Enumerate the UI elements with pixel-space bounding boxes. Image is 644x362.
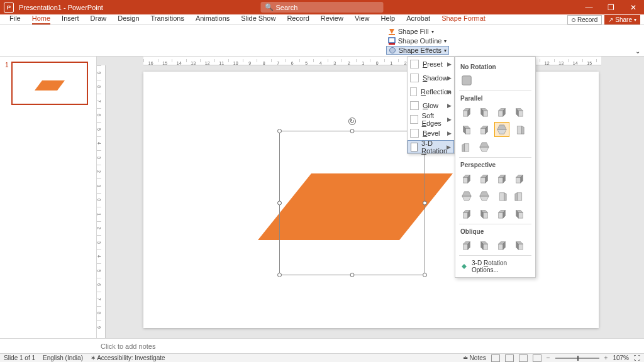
tab-shape-format[interactable]: Shape Format — [436, 14, 491, 25]
accessibility-status[interactable]: ✶ Accessibility: Investigate — [91, 354, 165, 361]
svg-marker-47 — [480, 196, 489, 200]
shape-style-group: Shape Fill▾ Shape Outline▾ Shape Effects… — [386, 27, 449, 55]
search-box[interactable]: 🔍 Search — [261, 2, 384, 13]
rotation-none[interactable] — [459, 73, 474, 88]
options-icon — [460, 263, 468, 270]
tab-record[interactable]: Record — [281, 14, 314, 25]
effects-soft-edges[interactable]: Soft Edges▶ — [408, 112, 454, 126]
resize-handle-tl[interactable] — [277, 129, 282, 133]
rotation-swatch[interactable] — [459, 238, 474, 253]
svg-point-3 — [389, 48, 395, 53]
effects-preset[interactable]: Preset▶ — [408, 57, 454, 71]
effects-shadow[interactable]: Shadow▶ — [408, 71, 454, 85]
slide-sorter-button[interactable] — [505, 354, 514, 362]
svg-marker-33 — [464, 177, 468, 183]
effects-reflection[interactable]: Reflection▶ — [408, 85, 454, 99]
resize-handle-bl[interactable] — [277, 273, 282, 277]
rotation-swatch[interactable] — [512, 206, 527, 221]
rotation-swatch[interactable] — [459, 206, 474, 221]
thumbnail-shape-icon — [35, 79, 65, 92]
resize-handle-br[interactable] — [423, 273, 427, 277]
slide-thumbnail-1[interactable] — [11, 62, 88, 105]
effects-3d-rotation[interactable]: 3-D Rotation▶ — [408, 140, 454, 153]
rotation-swatch[interactable] — [459, 189, 474, 204]
zoom-in-button[interactable]: + — [604, 354, 608, 361]
share-button[interactable]: ↗Share▾ — [604, 15, 640, 25]
rotation-swatch[interactable] — [477, 206, 492, 221]
tab-transitions[interactable]: Transitions — [145, 14, 190, 25]
tab-insert[interactable]: Insert — [56, 14, 85, 25]
rotation-swatch[interactable] — [512, 189, 527, 204]
rotation-swatch[interactable] — [477, 104, 492, 119]
rotation-handle[interactable] — [348, 118, 356, 125]
fit-to-window-button[interactable]: ⛶ — [634, 354, 640, 361]
resize-handle-mr[interactable] — [423, 201, 427, 206]
rotation-swatch[interactable] — [477, 189, 492, 204]
tab-acrobat[interactable]: Acrobat — [401, 14, 436, 25]
svg-rect-0 — [389, 34, 395, 35]
3d-rotation-options[interactable]: 3-D Rotation Options... — [459, 257, 531, 275]
rotation-swatch[interactable] — [494, 104, 509, 119]
collapse-ribbon-button[interactable]: ⌄ — [635, 48, 640, 55]
preset-icon — [410, 60, 419, 69]
zoom-level[interactable]: 107% — [613, 354, 629, 361]
tab-file[interactable]: File — [4, 14, 26, 25]
shape-outline-button[interactable]: Shape Outline▾ — [386, 36, 449, 45]
rotation-swatch[interactable] — [459, 104, 474, 119]
rotation-swatch[interactable] — [512, 238, 527, 253]
notes-toggle[interactable]: ≐ Notes — [463, 354, 486, 361]
rotation-swatch[interactable] — [494, 206, 509, 221]
zoom-out-button[interactable]: − — [547, 354, 550, 361]
slideshow-view-button[interactable] — [533, 354, 541, 362]
rotation-swatch[interactable] — [512, 122, 527, 137]
chevron-down-icon: ▾ — [431, 29, 434, 35]
tab-view[interactable]: View — [349, 14, 375, 25]
zoom-slider[interactable] — [555, 358, 599, 359]
rotation-swatch[interactable] — [459, 122, 474, 137]
normal-view-button[interactable] — [491, 354, 500, 362]
tab-help[interactable]: Help — [375, 14, 401, 25]
chevron-down-icon: ▾ — [444, 38, 447, 44]
notes-pane[interactable]: Click to add notes — [0, 338, 644, 353]
rotation-swatch[interactable] — [512, 171, 527, 186]
rotation-swatch[interactable] — [477, 171, 492, 186]
language-indicator[interactable]: English (India) — [43, 354, 83, 361]
resize-handle-ml[interactable] — [277, 201, 282, 206]
rotation-swatch[interactable] — [494, 238, 509, 253]
share-icon: ↗ — [608, 16, 613, 23]
softedges-icon — [410, 115, 418, 124]
shape-effects-button[interactable]: Shape Effects▾ — [386, 46, 449, 55]
tab-home[interactable]: Home — [26, 14, 56, 25]
rotation-swatch[interactable] — [477, 238, 492, 253]
minimize-button[interactable]: — — [578, 0, 600, 14]
resize-handle-tm[interactable] — [350, 129, 355, 133]
section-no-rotation: No Rotation — [459, 61, 531, 73]
rotation-swatch[interactable] — [494, 189, 509, 204]
record-button[interactable]: Record — [567, 15, 602, 25]
tab-animations[interactable]: Animations — [190, 14, 235, 25]
rotation-swatch[interactable] — [459, 171, 474, 186]
shape-fill-button[interactable]: Shape Fill▾ — [386, 27, 449, 36]
resize-handle-bm[interactable] — [350, 273, 355, 277]
rotation-swatch[interactable] — [494, 171, 509, 186]
selection-box[interactable] — [279, 131, 425, 275]
svg-marker-71 — [499, 244, 503, 250]
maximize-button[interactable]: ❐ — [600, 0, 622, 14]
rotation-swatch[interactable] — [459, 140, 474, 155]
svg-marker-10 — [483, 111, 487, 116]
rotation-swatch[interactable] — [477, 140, 492, 155]
rotation-swatch[interactable] — [512, 104, 527, 119]
slide-editor[interactable]: 1615141312111098765432101234567891011121… — [97, 57, 644, 338]
tab-draw[interactable]: Draw — [85, 14, 113, 25]
rotation-swatch[interactable] — [477, 122, 492, 137]
rotation-swatch[interactable] — [494, 122, 509, 137]
effects-bevel[interactable]: Bevel▶ — [408, 126, 454, 140]
tab-review[interactable]: Review — [315, 14, 349, 25]
slide-thumbnails-pane[interactable]: 1 — [0, 57, 97, 338]
close-button[interactable]: ✕ — [622, 0, 644, 14]
tab-design[interactable]: Design — [112, 14, 145, 25]
svg-marker-46 — [462, 192, 471, 196]
tab-slideshow[interactable]: Slide Show — [235, 14, 281, 25]
reading-view-button[interactable] — [519, 354, 528, 362]
effects-glow[interactable]: Glow▶ — [408, 99, 454, 112]
